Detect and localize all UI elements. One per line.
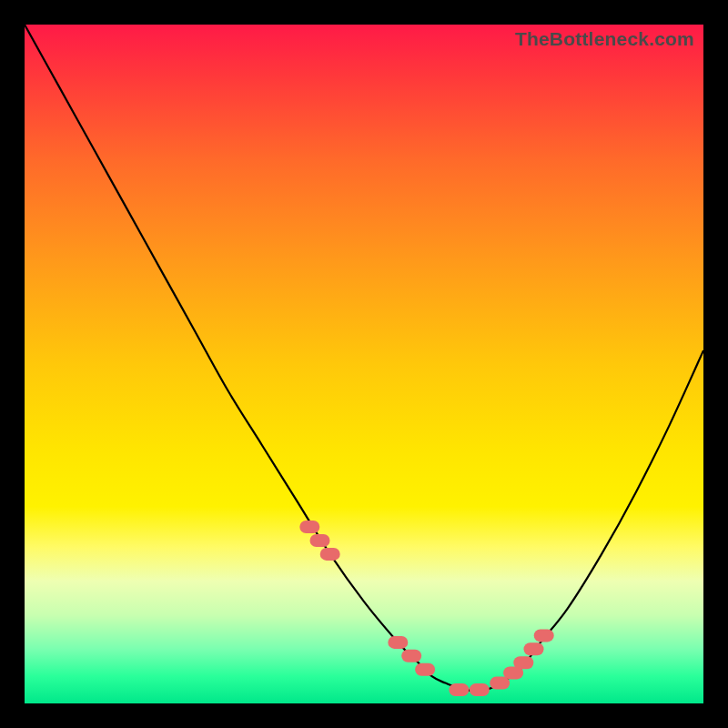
highlighted-markers (299, 521, 553, 696)
curve-marker (534, 629, 554, 642)
curve-marker (513, 656, 533, 669)
curve-marker (415, 663, 435, 676)
curve-marker (449, 683, 469, 696)
curve-marker (320, 548, 340, 561)
curve-marker (310, 534, 330, 547)
chart-plot-area: TheBottleneck.com (25, 25, 703, 703)
watermark-text: TheBottleneck.com (515, 28, 694, 50)
chart-svg (25, 25, 703, 703)
curve-marker (470, 683, 490, 696)
bottleneck-curve-line (25, 25, 703, 691)
curve-marker (299, 521, 319, 533)
curve-marker (490, 677, 510, 690)
curve-marker (388, 636, 408, 649)
curve-marker (524, 642, 544, 655)
curve-marker (401, 650, 421, 662)
